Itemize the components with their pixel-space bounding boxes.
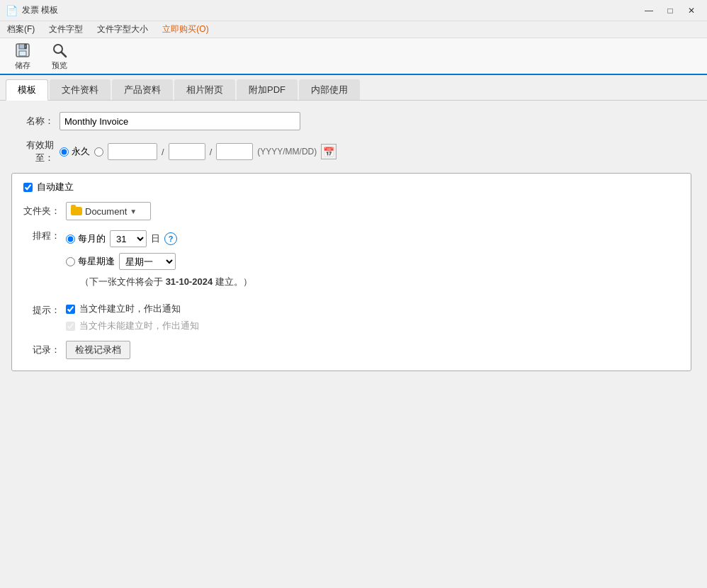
year-input[interactable] [108, 143, 157, 160]
next-doc-date: 31-10-2024 [166, 276, 213, 287]
permanent-radio[interactable] [60, 147, 69, 157]
date-radio-label[interactable] [94, 147, 103, 157]
schedule-label: 排程： [23, 227, 60, 242]
save-button[interactable]: 储存 [6, 40, 40, 72]
notify-section: 提示： 当文件建立时，作出通知 当文件未能建立时，作出通知 [23, 303, 679, 332]
notify1-row: 当文件建立时，作出通知 [66, 303, 199, 315]
notify2-text: 当文件未能建立时，作出通知 [79, 320, 199, 332]
window-controls: — □ ✕ [639, 3, 701, 18]
toolbar: 储存 预览 [0, 38, 707, 75]
weekly-radio-label[interactable]: 每星期逢 [66, 255, 115, 268]
maximize-button[interactable]: □ [660, 3, 680, 18]
notify1-checkbox[interactable] [66, 305, 75, 314]
date-sep2: / [210, 147, 213, 157]
validity-options: 永久 / / (YYYY/MM/DD) 📅 [60, 143, 336, 160]
close-button[interactable]: ✕ [681, 3, 701, 18]
svg-rect-3 [25, 45, 26, 48]
view-log-button[interactable]: 检视记录档 [66, 341, 130, 359]
notify-label: 提示： [23, 303, 60, 317]
folder-row: 文件夹： Document ▼ [23, 202, 679, 220]
auto-create-checkbox[interactable] [23, 183, 33, 192]
menu-fontsize[interactable]: 文件字型大小 [94, 22, 151, 37]
name-label: 名称： [11, 115, 54, 128]
preview-button[interactable]: 预览 [43, 40, 77, 72]
day-suffix: 日 [151, 232, 160, 245]
help-button[interactable]: ? [164, 232, 177, 245]
svg-line-5 [62, 52, 66, 57]
folder-icon [71, 207, 82, 215]
app-icon: 📄 [6, 5, 18, 16]
month-input[interactable] [169, 143, 205, 160]
title-bar: 📄 发票 模板 — □ ✕ [0, 0, 707, 21]
folder-name: Document [85, 206, 127, 217]
day-input[interactable] [216, 143, 253, 160]
auto-create-text: 自动建立 [37, 181, 74, 193]
weekday-select[interactable]: 星期一 星期二星期三星期四 星期五星期六星期日 [119, 253, 176, 270]
name-row: 名称： [11, 112, 696, 130]
notify-checks: 当文件建立时，作出通知 当文件未能建立时，作出通知 [66, 303, 199, 332]
preview-label: 预览 [52, 60, 67, 71]
notify2-row: 当文件未能建立时，作出通知 [66, 320, 199, 332]
menu-file[interactable]: 档案(F) [4, 22, 38, 37]
monthly-radio[interactable] [66, 234, 75, 244]
date-hint: (YYYY/MM/DD) [257, 147, 317, 157]
monthly-radio-label[interactable]: 每月的 [66, 232, 106, 245]
date-sep1: / [162, 147, 164, 157]
notify2-checkbox[interactable] [66, 322, 75, 331]
auto-create-group: 自动建立 文件夹： Document ▼ 排程： 每月的 [11, 173, 691, 371]
next-create-info: （下一张文件将会于 31-10-2024 建立。） [66, 276, 252, 288]
log-label: 记录： [23, 344, 60, 356]
dropdown-arrow-icon: ▼ [130, 208, 137, 215]
preview-icon [51, 42, 68, 59]
tab-attachment[interactable]: 相片附页 [174, 79, 235, 100]
tab-product[interactable]: 产品资料 [112, 79, 173, 100]
calendar-button[interactable]: 📅 [321, 144, 336, 159]
next-doc-prefix: （下一张文件将会于 [80, 276, 166, 287]
date-radio[interactable] [94, 147, 103, 157]
monthly-label: 每月的 [78, 232, 106, 245]
log-section: 记录： 检视记录档 [23, 341, 679, 359]
validity-row: 有效期至： 永久 / / (YYYY/MM/DD) 📅 [11, 139, 696, 164]
window-title: 发票 模板 [22, 4, 58, 16]
save-icon [14, 42, 31, 59]
menu-buy[interactable]: 立即购买(O) [159, 22, 211, 37]
tab-pdf[interactable]: 附加PDF [237, 79, 298, 100]
name-input[interactable] [60, 112, 300, 130]
menu-bar: 档案(F) 文件字型 文件字型大小 立即购买(O) [0, 21, 707, 38]
menu-font[interactable]: 文件字型 [46, 22, 86, 37]
folder-label: 文件夹： [23, 205, 60, 217]
weekly-row: 每星期逢 星期一 星期二星期三星期四 星期五星期六星期日 [66, 253, 252, 270]
save-label: 储存 [15, 60, 30, 71]
monthly-row: 每月的 31 12345 678910 1520252830 日 ? [66, 230, 252, 247]
tab-internal[interactable]: 内部使用 [299, 79, 360, 100]
tab-bar: 模板 文件资料 产品资料 相片附页 附加PDF 内部使用 [0, 75, 707, 101]
minimize-button[interactable]: — [639, 3, 659, 18]
main-content: 名称： 有效期至： 永久 / / (YYYY/MM/DD) 📅 [0, 101, 707, 383]
validity-label: 有效期至： [11, 139, 54, 164]
calendar-icon: 📅 [323, 147, 334, 157]
next-doc-suffix: 建立。） [213, 276, 252, 287]
schedule-options: 每月的 31 12345 678910 1520252830 日 ? 每 [66, 230, 252, 295]
svg-rect-2 [19, 51, 26, 56]
weekly-radio[interactable] [66, 257, 75, 266]
weekly-label: 每星期逢 [78, 255, 115, 268]
tab-fileinfo[interactable]: 文件资料 [50, 79, 111, 100]
folder-dropdown[interactable]: Document ▼ [66, 202, 151, 220]
auto-create-check-row: 自动建立 [23, 181, 679, 193]
day-select[interactable]: 31 12345 678910 1520252830 [110, 230, 147, 247]
permanent-radio-label[interactable]: 永久 [60, 145, 90, 158]
notify1-text: 当文件建立时，作出通知 [79, 303, 181, 315]
tab-template[interactable]: 模板 [6, 79, 48, 101]
schedule-row: 排程： 每月的 31 12345 678910 1520252830 日 ? [23, 227, 679, 295]
